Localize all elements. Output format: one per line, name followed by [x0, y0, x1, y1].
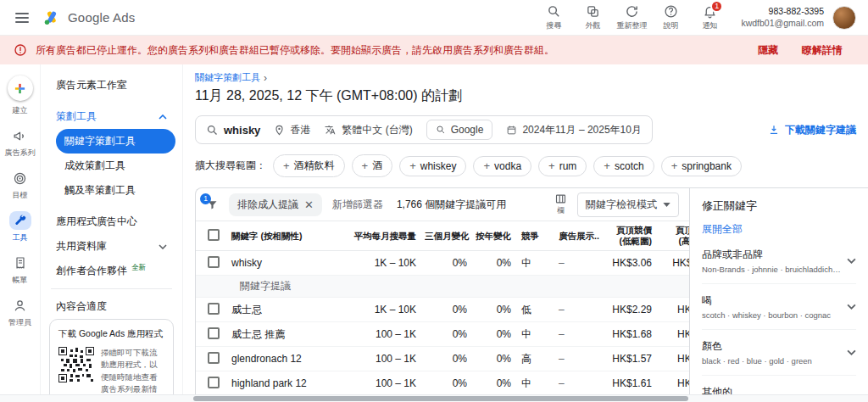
refresh-action[interactable]: 重新整理 — [612, 4, 651, 31]
search-action[interactable]: 搜尋 — [534, 4, 573, 31]
new-badge: 全新 — [131, 263, 146, 273]
three-month-cell: 0% — [425, 377, 476, 389]
rail-item-admin[interactable]: 管理員 — [0, 292, 41, 334]
sidebar-item-performance-planner[interactable]: 成效策劃工具 — [56, 154, 175, 178]
broaden-chip[interactable]: +rum — [538, 156, 587, 176]
refine-group-name: 喝 — [702, 293, 842, 308]
broaden-chip[interactable]: +酒 — [352, 154, 393, 177]
close-icon[interactable]: ✕ — [304, 199, 314, 210]
keyword-row[interactable]: 威士忌 1K – 10K 0% 0% 低 – HK$2.29 HK$7.6 — [196, 298, 689, 322]
sidebar-item-label: 觸及率策劃工具 — [64, 183, 136, 198]
chip-label: springbank — [682, 160, 732, 172]
yoy-cell: 0% — [476, 304, 520, 315]
chip-label: 酒 — [372, 159, 382, 173]
breadcrumb-link[interactable]: 關鍵字策劃工具 — [195, 71, 260, 84]
rail-label: 帳單 — [13, 275, 28, 286]
sidebar-group-shared-library[interactable]: 共用資料庫 — [47, 234, 175, 259]
add-filter-button[interactable]: 新增篩選器 — [332, 198, 383, 212]
rail-item-goals[interactable]: 目標 — [0, 165, 41, 207]
alert-hide-link[interactable]: 隱藏 — [758, 43, 778, 58]
alert-learn-more-link[interactable]: 瞭解詳情 — [802, 43, 843, 58]
bid-low-cell: HK$3.06 — [599, 257, 660, 269]
location-selector[interactable]: 香港 — [274, 123, 310, 137]
language-icon — [324, 124, 337, 137]
col-header-competition[interactable]: 競爭 — [520, 231, 557, 242]
columns-button[interactable]: 欄 — [554, 193, 567, 216]
broaden-chip[interactable]: +whiskey — [399, 156, 466, 176]
google-ads-logo[interactable]: Google Ads — [42, 9, 136, 26]
broaden-chip[interactable]: +酒精飲料 — [273, 154, 345, 177]
col-header-bid-high[interactable]: 頁頂競價(高範圍) — [660, 225, 689, 246]
sidebar-item-content-suitability[interactable]: 內容合適度 — [47, 294, 175, 319]
competition-cell: 中 — [520, 327, 557, 342]
rail-item-tools[interactable]: 工具 — [0, 207, 41, 249]
refine-group-values: Non-Brands · johnnie · bruichladdich · t… — [702, 265, 842, 274]
avatar[interactable] — [832, 6, 856, 30]
refine-group-brand[interactable]: 品牌或非品牌 Non-Brands · johnnie · bruichladd… — [702, 238, 856, 284]
select-all-checkbox[interactable] — [208, 229, 220, 241]
broaden-chip[interactable]: +vodka — [473, 156, 531, 176]
account-info[interactable]: 983-882-3395 kwdfb01@gmail.com — [741, 6, 824, 29]
expand-all-button[interactable]: 展開全部 — [702, 222, 856, 237]
help-action[interactable]: 說明 — [651, 4, 690, 31]
sidebar-item-app-ads-hub[interactable]: 應用程式廣告中心 — [47, 209, 175, 234]
alert-message: 所有廣告都已停止運作。您的廣告系列和廣告群組已暫停或移除。要開始顯示廣告，請先啟… — [36, 43, 554, 58]
col-header-yoy[interactable]: 按年變化 — [476, 231, 520, 242]
refine-keywords-panel: 修正關鍵字 展開全部 品牌或非品牌 Non-Brands · johnnie ·… — [689, 188, 868, 402]
goals-icon — [9, 169, 31, 187]
appearance-action[interactable]: 外觀 — [573, 4, 612, 31]
sidebar-item-reach-planner[interactable]: 觸及率策劃工具 — [56, 178, 175, 203]
row-checkbox[interactable] — [208, 327, 220, 339]
qr-code — [58, 347, 94, 382]
keyword-row[interactable]: glendronach 12 100 – 1K 0% 0% 高 – HK$1.5… — [196, 347, 689, 371]
scrollbar-thumb[interactable] — [193, 396, 688, 401]
sidebar-group-label: 共用資料庫 — [56, 239, 107, 254]
date-range-selector[interactable]: 2024年11月 – 2025年10月 — [506, 123, 642, 137]
row-checkbox[interactable] — [208, 377, 220, 388]
rail-item-billing[interactable]: 帳單 — [0, 249, 41, 292]
plus-icon: + — [671, 160, 678, 171]
bid-low-cell: HK$1.68 — [599, 328, 660, 340]
language-selector[interactable]: 繁體中文 (台灣) — [324, 123, 412, 137]
rail-item-create[interactable]: 建立 — [0, 71, 41, 122]
breadcrumb[interactable]: 關鍵字策劃工具 › — [195, 71, 868, 84]
horizontal-scrollbar[interactable] — [0, 394, 868, 402]
sidebar-item-asset-studio[interactable]: 廣告元素工作室 — [47, 73, 175, 98]
chevron-down-icon — [159, 244, 167, 249]
menu-icon[interactable] — [8, 4, 36, 31]
search-icon — [547, 4, 561, 19]
sidebar-item-keyword-planner[interactable]: 關鍵字策劃工具 — [56, 129, 175, 154]
col-header-avg-searches[interactable]: 平均每月搜尋量 — [347, 231, 425, 242]
download-suggestions-button[interactable]: 下載關鍵字建議 — [768, 123, 856, 137]
sidebar-item-creator-partnerships[interactable]: 創作者合作夥伴 全新 — [47, 259, 175, 283]
col-header-ad-impr-share[interactable]: 廣告展示... — [557, 231, 599, 242]
columns-label: 欄 — [557, 206, 565, 216]
plus-icon: + — [283, 160, 290, 171]
bid-high-cell: HK$11.0 — [660, 257, 689, 269]
refine-group-color[interactable]: 顏色 black · red · blue · gold · green — [702, 330, 856, 376]
rail-item-campaigns[interactable]: 廣告系列 — [0, 122, 41, 165]
exclude-adult-chip[interactable]: 排除成人提議 ✕ — [229, 193, 322, 216]
row-checkbox[interactable] — [208, 256, 220, 268]
network-selector[interactable]: Google — [426, 120, 493, 140]
sidebar-group-planning-tools[interactable]: 策劃工具 — [47, 104, 175, 129]
view-mode-select[interactable]: 關鍵字檢視模式 — [577, 193, 679, 217]
broaden-chip[interactable]: +springbank — [661, 156, 742, 176]
action-label: 重新整理 — [616, 20, 647, 31]
keyword-row[interactable]: 威士忌 推薦 100 – 1K 0% 0% 中 – HK$1.68 HK$6.1 — [196, 322, 689, 347]
keyword-row[interactable]: highland park 12 100 – 1K 0% 0% 中 – HK$1… — [196, 371, 689, 396]
row-checkbox[interactable] — [208, 352, 220, 364]
keyword-search-bar[interactable]: whisky 香港 繁體中文 (台灣) Google 2024年11月 – 20… — [195, 115, 653, 144]
col-header-bid-low[interactable]: 頁頂競價(低範圍) — [599, 225, 660, 246]
refine-group-drink[interactable]: 喝 scotch · whiskey · bourbon · cognac — [702, 284, 856, 330]
app-download-promo[interactable]: 下載 Google Ads 應用程式 — [49, 319, 174, 402]
competition-cell: 中 — [520, 256, 557, 271]
row-checkbox[interactable] — [208, 303, 220, 315]
keyword-row[interactable]: whisky 1K – 10K 0% 0% 中 – HK$3.06 HK$11.… — [196, 251, 689, 276]
language-value: 繁體中文 (台灣) — [342, 123, 412, 137]
col-header-keyword[interactable]: 關鍵字 (按相關性) — [230, 231, 347, 242]
col-header-three-month[interactable]: 三個月變化 — [425, 231, 476, 242]
filter-button[interactable]: 1 — [206, 198, 219, 211]
broaden-chip[interactable]: +scotch — [593, 156, 654, 176]
notifications-action[interactable]: 通知 1 — [690, 4, 729, 31]
